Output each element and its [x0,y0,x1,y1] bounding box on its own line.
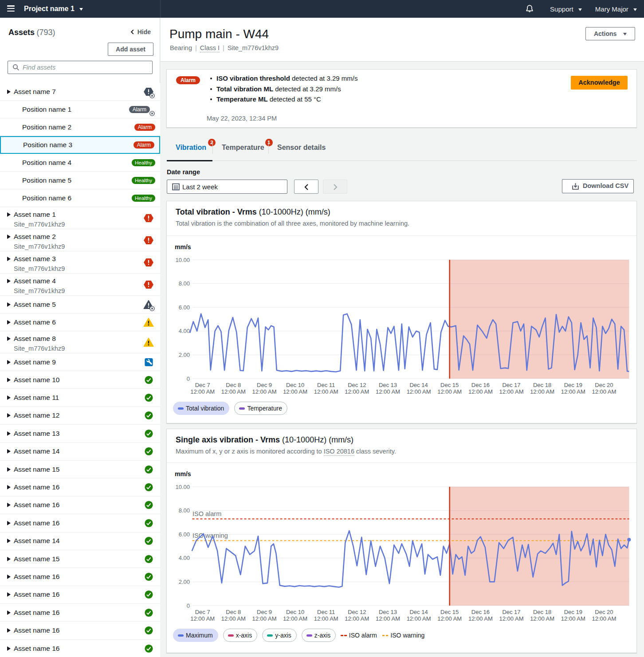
svg-text:Dec 15: Dec 15 [440,609,459,615]
svg-text:12:00 AM: 12:00 AM [530,388,554,395]
svg-text:Dec 16: Dec 16 [471,609,490,615]
svg-text:12:00 AM: 12:00 AM [283,388,307,395]
svg-text:Dec 9: Dec 9 [257,382,272,388]
svg-text:mm/s: mm/s [175,470,191,477]
svg-text:12:00 AM: 12:00 AM [376,615,400,622]
svg-text:12:00 AM: 12:00 AM [407,388,431,395]
svg-text:12:00 AM: 12:00 AM [252,615,277,622]
svg-text:ISO alarm: ISO alarm [192,510,221,517]
svg-text:12:00 AM: 12:00 AM [437,388,462,395]
svg-text:12:00 AM: 12:00 AM [437,615,462,622]
svg-text:2.00: 2.00 [179,352,190,358]
svg-text:Dec 15: Dec 15 [440,382,459,388]
svg-text:Dec 7: Dec 7 [195,609,210,615]
svg-text:12:00 AM: 12:00 AM [499,388,524,395]
svg-text:Dec 11: Dec 11 [317,609,335,615]
svg-text:Dec 20: Dec 20 [595,382,613,388]
svg-text:12:00 AM: 12:00 AM [190,615,215,622]
svg-text:12:00 AM: 12:00 AM [376,388,400,395]
svg-text:12:00 AM: 12:00 AM [592,615,616,622]
svg-text:mm/s: mm/s [175,243,191,250]
svg-text:12:00 AM: 12:00 AM [221,388,246,395]
svg-text:2.00: 2.00 [179,579,190,585]
svg-text:Dec 8: Dec 8 [226,382,241,388]
svg-text:Dec 13: Dec 13 [379,609,397,615]
svg-text:12:00 AM: 12:00 AM [252,388,277,395]
svg-text:Dec 19: Dec 19 [564,382,582,388]
svg-text:Dec 9: Dec 9 [257,609,272,615]
svg-text:Dec 18: Dec 18 [533,382,551,388]
svg-text:0: 0 [187,602,190,609]
svg-text:12:00 AM: 12:00 AM [221,615,246,622]
svg-text:12:00 AM: 12:00 AM [314,615,338,622]
svg-text:6.00: 6.00 [179,531,190,538]
svg-text:6.00: 6.00 [179,304,190,311]
svg-text:Dec 12: Dec 12 [348,382,366,388]
svg-text:12:00 AM: 12:00 AM [407,615,431,622]
svg-text:Dec 18: Dec 18 [533,609,551,615]
svg-text:Dec 19: Dec 19 [564,609,582,615]
svg-text:12:00 AM: 12:00 AM [592,388,616,395]
svg-text:Dec 8: Dec 8 [226,609,241,615]
svg-text:4.00: 4.00 [179,555,190,561]
svg-text:Dec 17: Dec 17 [502,382,520,388]
svg-text:Dec 11: Dec 11 [317,382,335,388]
svg-text:Dec 17: Dec 17 [502,609,520,615]
svg-text:10.00: 10.00 [175,484,190,490]
svg-text:4.00: 4.00 [179,328,190,334]
svg-text:Dec 13: Dec 13 [379,382,397,388]
svg-text:12:00 AM: 12:00 AM [561,615,585,622]
svg-text:8.00: 8.00 [179,507,190,514]
svg-text:Dec 16: Dec 16 [471,382,490,388]
svg-text:Dec 7: Dec 7 [195,382,210,388]
svg-text:Dec 10: Dec 10 [286,382,304,388]
svg-text:Dec 10: Dec 10 [286,609,304,615]
svg-text:12:00 AM: 12:00 AM [530,615,554,622]
svg-text:8.00: 8.00 [179,280,190,287]
svg-text:12:00 AM: 12:00 AM [468,615,493,622]
svg-text:Dec 20: Dec 20 [595,609,613,615]
svg-text:12:00 AM: 12:00 AM [345,615,369,622]
svg-text:0: 0 [187,375,190,382]
svg-text:12:00 AM: 12:00 AM [190,388,215,395]
svg-text:12:00 AM: 12:00 AM [499,615,524,622]
svg-text:12:00 AM: 12:00 AM [345,388,369,395]
svg-text:Dec 14: Dec 14 [409,609,428,615]
svg-text:12:00 AM: 12:00 AM [561,388,585,395]
svg-text:12:00 AM: 12:00 AM [283,615,307,622]
svg-text:Dec 12: Dec 12 [348,609,366,615]
svg-text:12:00 AM: 12:00 AM [468,388,493,395]
svg-text:10.00: 10.00 [175,257,190,263]
svg-text:Dec 14: Dec 14 [409,382,428,388]
svg-text:12:00 AM: 12:00 AM [314,388,338,395]
